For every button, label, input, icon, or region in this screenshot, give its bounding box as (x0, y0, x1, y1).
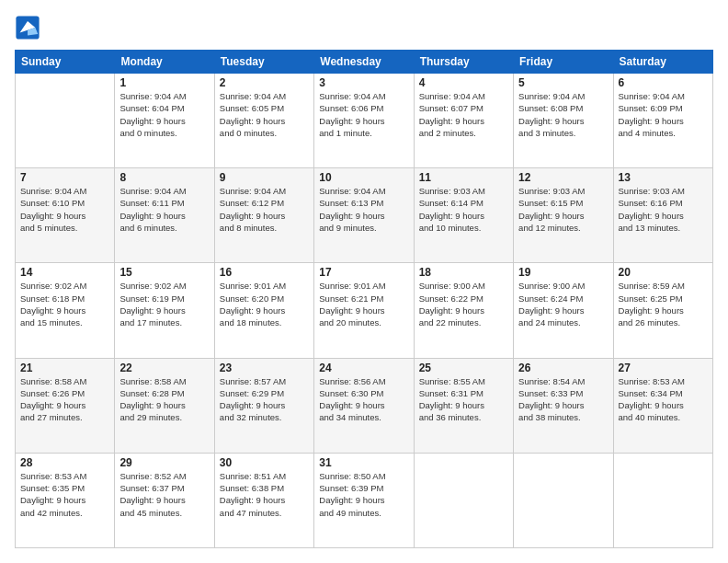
day-number: 17 (319, 266, 408, 279)
col-header-sunday: Sunday (16, 51, 115, 74)
calendar-week-2: 14Sunrise: 9:02 AMSunset: 6:18 PMDayligh… (16, 263, 713, 358)
calendar-cell: 23Sunrise: 8:57 AMSunset: 6:29 PMDayligh… (214, 358, 313, 453)
page: SundayMondayTuesdayWednesdayThursdayFrid… (0, 0, 728, 563)
header (15, 15, 713, 40)
day-info: Sunrise: 8:52 AMSunset: 6:37 PMDaylight:… (119, 470, 209, 519)
calendar-cell: 5Sunrise: 9:04 AMSunset: 6:08 PMDaylight… (514, 74, 613, 168)
day-info: Sunrise: 9:01 AMSunset: 6:20 PMDaylight:… (220, 280, 309, 328)
day-info: Sunrise: 8:58 AMSunset: 6:28 PMDaylight:… (119, 375, 209, 424)
day-info: Sunrise: 9:04 AMSunset: 6:07 PMDaylight:… (419, 90, 508, 139)
calendar-cell: 25Sunrise: 8:55 AMSunset: 6:31 PMDayligh… (414, 358, 513, 453)
day-info: Sunrise: 9:04 AMSunset: 6:13 PMDaylight:… (319, 185, 408, 234)
calendar-cell: 20Sunrise: 8:59 AMSunset: 6:25 PMDayligh… (613, 263, 712, 358)
day-info: Sunrise: 9:04 AMSunset: 6:10 PMDaylight:… (20, 185, 109, 234)
calendar-header-row: SundayMondayTuesdayWednesdayThursdayFrid… (16, 51, 713, 74)
calendar-cell: 17Sunrise: 9:01 AMSunset: 6:21 PMDayligh… (314, 263, 414, 358)
day-number: 11 (419, 171, 508, 184)
day-info: Sunrise: 8:58 AMSunset: 6:26 PMDaylight:… (20, 375, 109, 424)
calendar-cell (613, 453, 712, 547)
col-header-saturday: Saturday (613, 51, 712, 74)
day-info: Sunrise: 9:01 AMSunset: 6:21 PMDaylight:… (319, 280, 408, 328)
calendar-week-0: 1Sunrise: 9:04 AMSunset: 6:04 PMDaylight… (16, 74, 713, 168)
day-number: 26 (518, 362, 608, 374)
calendar-cell: 26Sunrise: 8:54 AMSunset: 6:33 PMDayligh… (514, 358, 613, 453)
calendar-cell: 7Sunrise: 9:04 AMSunset: 6:10 PMDaylight… (16, 168, 115, 263)
calendar-cell: 21Sunrise: 8:58 AMSunset: 6:26 PMDayligh… (16, 358, 115, 453)
calendar-cell: 13Sunrise: 9:03 AMSunset: 6:16 PMDayligh… (613, 168, 712, 263)
col-header-wednesday: Wednesday (314, 51, 414, 74)
day-number: 7 (20, 171, 109, 184)
day-number: 6 (619, 76, 708, 89)
day-info: Sunrise: 8:57 AMSunset: 6:29 PMDaylight:… (220, 375, 309, 424)
day-number: 8 (119, 171, 209, 184)
calendar-cell: 28Sunrise: 8:53 AMSunset: 6:35 PMDayligh… (16, 453, 115, 547)
day-info: Sunrise: 9:03 AMSunset: 6:15 PMDaylight:… (518, 185, 608, 234)
day-number: 3 (319, 76, 408, 89)
day-info: Sunrise: 9:00 AMSunset: 6:24 PMDaylight:… (518, 280, 608, 328)
calendar-cell: 4Sunrise: 9:04 AMSunset: 6:07 PMDaylight… (414, 74, 513, 168)
day-number: 9 (220, 171, 309, 184)
calendar-week-3: 21Sunrise: 8:58 AMSunset: 6:26 PMDayligh… (16, 358, 713, 453)
day-info: Sunrise: 9:04 AMSunset: 6:11 PMDaylight:… (119, 185, 209, 234)
day-number: 1 (119, 76, 209, 89)
calendar-cell: 30Sunrise: 8:51 AMSunset: 6:38 PMDayligh… (214, 453, 313, 547)
calendar-cell: 19Sunrise: 9:00 AMSunset: 6:24 PMDayligh… (514, 263, 613, 358)
day-number: 16 (220, 266, 309, 279)
calendar-cell: 18Sunrise: 9:00 AMSunset: 6:22 PMDayligh… (414, 263, 513, 358)
day-info: Sunrise: 9:04 AMSunset: 6:12 PMDaylight:… (220, 185, 309, 234)
day-info: Sunrise: 9:04 AMSunset: 6:05 PMDaylight:… (220, 90, 309, 139)
col-header-monday: Monday (115, 51, 214, 74)
day-info: Sunrise: 8:56 AMSunset: 6:30 PMDaylight:… (319, 375, 408, 424)
day-number: 23 (220, 362, 309, 374)
day-number: 25 (419, 362, 508, 374)
calendar-cell (414, 453, 513, 547)
day-number: 5 (518, 76, 608, 89)
calendar-cell: 24Sunrise: 8:56 AMSunset: 6:30 PMDayligh… (314, 358, 414, 453)
day-number: 19 (518, 266, 608, 279)
calendar-cell: 22Sunrise: 8:58 AMSunset: 6:28 PMDayligh… (115, 358, 214, 453)
day-info: Sunrise: 8:53 AMSunset: 6:35 PMDaylight:… (20, 470, 109, 519)
calendar-cell: 15Sunrise: 9:02 AMSunset: 6:19 PMDayligh… (115, 263, 214, 358)
calendar-cell (514, 453, 613, 547)
calendar-cell: 2Sunrise: 9:04 AMSunset: 6:05 PMDaylight… (214, 74, 313, 168)
day-info: Sunrise: 9:04 AMSunset: 6:04 PMDaylight:… (119, 90, 209, 139)
calendar-cell (16, 74, 115, 168)
logo-icon (15, 15, 40, 40)
day-info: Sunrise: 8:54 AMSunset: 6:33 PMDaylight:… (518, 375, 608, 424)
day-number: 21 (20, 362, 109, 374)
day-number: 28 (20, 456, 109, 469)
day-number: 10 (319, 171, 408, 184)
day-info: Sunrise: 9:04 AMSunset: 6:08 PMDaylight:… (518, 90, 608, 139)
day-number: 24 (319, 362, 408, 374)
calendar-cell: 31Sunrise: 8:50 AMSunset: 6:39 PMDayligh… (314, 453, 414, 547)
day-info: Sunrise: 9:02 AMSunset: 6:18 PMDaylight:… (20, 280, 109, 328)
day-info: Sunrise: 9:02 AMSunset: 6:19 PMDaylight:… (119, 280, 209, 328)
col-header-friday: Friday (514, 51, 613, 74)
day-info: Sunrise: 9:03 AMSunset: 6:14 PMDaylight:… (419, 185, 508, 234)
col-header-thursday: Thursday (414, 51, 513, 74)
day-info: Sunrise: 9:04 AMSunset: 6:09 PMDaylight:… (619, 90, 708, 139)
day-number: 29 (119, 456, 209, 469)
calendar-cell: 27Sunrise: 8:53 AMSunset: 6:34 PMDayligh… (613, 358, 712, 453)
calendar-cell: 29Sunrise: 8:52 AMSunset: 6:37 PMDayligh… (115, 453, 214, 547)
day-number: 27 (619, 362, 708, 374)
col-header-tuesday: Tuesday (214, 51, 313, 74)
day-info: Sunrise: 8:51 AMSunset: 6:38 PMDaylight:… (220, 470, 309, 519)
day-info: Sunrise: 9:00 AMSunset: 6:22 PMDaylight:… (419, 280, 508, 328)
day-number: 30 (220, 456, 309, 469)
calendar-week-4: 28Sunrise: 8:53 AMSunset: 6:35 PMDayligh… (16, 453, 713, 547)
day-number: 20 (619, 266, 708, 279)
calendar-cell: 8Sunrise: 9:04 AMSunset: 6:11 PMDaylight… (115, 168, 214, 263)
logo (15, 15, 44, 40)
day-number: 22 (119, 362, 209, 374)
day-number: 13 (619, 171, 708, 184)
day-number: 15 (119, 266, 209, 279)
day-info: Sunrise: 9:03 AMSunset: 6:16 PMDaylight:… (619, 185, 708, 234)
calendar-cell: 14Sunrise: 9:02 AMSunset: 6:18 PMDayligh… (16, 263, 115, 358)
day-number: 12 (518, 171, 608, 184)
day-info: Sunrise: 8:50 AMSunset: 6:39 PMDaylight:… (319, 470, 408, 519)
day-info: Sunrise: 8:53 AMSunset: 6:34 PMDaylight:… (619, 375, 708, 424)
calendar-table: SundayMondayTuesdayWednesdayThursdayFrid… (15, 50, 713, 548)
day-number: 14 (20, 266, 109, 279)
calendar-cell: 3Sunrise: 9:04 AMSunset: 6:06 PMDaylight… (314, 74, 414, 168)
